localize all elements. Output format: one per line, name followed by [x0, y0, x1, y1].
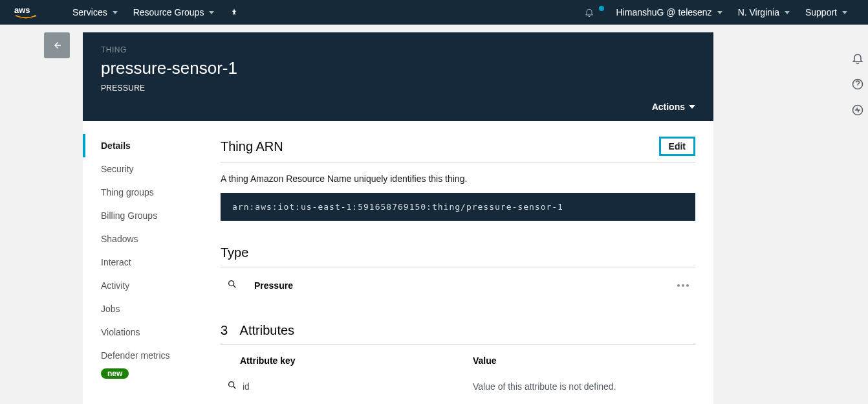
- nav-label: HimanshuG @ telesenz: [616, 7, 712, 17]
- actions-dropdown[interactable]: Actions: [652, 102, 695, 112]
- section-title-type: Type: [221, 245, 695, 267]
- notification-dot-icon: [599, 6, 604, 11]
- top-navigation: aws Services Resource Groups HimanshuG @…: [0, 0, 868, 25]
- sidebar-item-billing-groups[interactable]: Billing Groups: [101, 204, 202, 227]
- pin-icon[interactable]: [222, 8, 246, 17]
- svg-point-1: [229, 281, 234, 286]
- attributes-table-header: Attribute key Value: [221, 345, 695, 376]
- nav-label: Services: [72, 7, 107, 17]
- notifications-icon[interactable]: [576, 7, 602, 17]
- search-icon: [227, 279, 237, 292]
- chevron-down-icon: [209, 11, 214, 14]
- search-icon: [227, 380, 240, 392]
- right-toolbar: [851, 52, 864, 119]
- sidebar-item-jobs[interactable]: Jobs: [101, 297, 202, 320]
- chevron-down-icon: [113, 11, 118, 14]
- more-icon[interactable]: [677, 284, 689, 287]
- section-title-arn: Thing ARN: [221, 139, 283, 154]
- back-button[interactable]: [44, 32, 70, 58]
- sidebar-item-security[interactable]: Security: [101, 157, 202, 181]
- activity-gauge-icon[interactable]: [851, 104, 864, 119]
- section-title-attributes: 3 Attributes: [221, 323, 695, 345]
- type-row[interactable]: Pressure: [221, 267, 695, 304]
- arrow-left-icon: [51, 39, 63, 51]
- chevron-down-icon: [785, 11, 790, 14]
- page-title: pressure-sensor-1: [101, 58, 695, 78]
- column-header-key: Attribute key: [240, 355, 473, 366]
- chevron-down-icon: [842, 11, 847, 14]
- services-menu[interactable]: Services: [65, 7, 125, 17]
- edit-button[interactable]: Edit: [659, 137, 695, 156]
- nav-label: N. Virginia: [738, 7, 779, 17]
- svg-text:aws: aws: [14, 5, 30, 15]
- new-badge: new: [101, 368, 129, 379]
- attribute-key: id: [240, 381, 473, 392]
- chevron-down-icon: [717, 11, 722, 14]
- column-header-value: Value: [473, 355, 497, 366]
- sidebar-item-defender-metrics[interactable]: Defender metrics: [101, 344, 202, 367]
- attributes-label: Attributes: [240, 323, 294, 337]
- region-menu[interactable]: N. Virginia: [730, 7, 797, 17]
- svg-point-2: [229, 382, 234, 387]
- sidebar: Details Security Thing groups Billing Gr…: [83, 121, 202, 404]
- hero-panel: THING pressure-sensor-1 PRESSURE Actions: [83, 32, 713, 121]
- thing-type-label: PRESSURE: [101, 84, 695, 93]
- resource-groups-menu[interactable]: Resource Groups: [125, 7, 222, 17]
- button-label: Actions: [652, 102, 685, 112]
- notifications-panel-icon[interactable]: [851, 52, 864, 67]
- help-icon[interactable]: [851, 78, 864, 93]
- detail-content: Thing ARN Edit A thing Amazon Resource N…: [202, 121, 713, 404]
- breadcrumb: THING: [101, 45, 695, 54]
- sidebar-item-activity[interactable]: Activity: [101, 274, 202, 297]
- sidebar-item-thing-groups[interactable]: Thing groups: [101, 181, 202, 204]
- aws-logo[interactable]: aws: [6, 4, 45, 21]
- nav-label: Resource Groups: [133, 7, 204, 17]
- support-menu[interactable]: Support: [797, 7, 855, 17]
- sidebar-item-interact[interactable]: Interact: [101, 251, 202, 274]
- table-row[interactable]: id Value of this attribute is not define…: [221, 376, 695, 396]
- attribute-value: Value of this attribute is not defined.: [473, 381, 616, 392]
- sidebar-item-violations[interactable]: Violations: [101, 320, 202, 344]
- arn-value: arn:aws:iot:us-east-1:591658769150:thing…: [221, 193, 695, 221]
- account-menu[interactable]: HimanshuG @ telesenz: [609, 7, 730, 17]
- arn-description: A thing Amazon Resource Name uniquely id…: [221, 174, 695, 184]
- attributes-count: 3: [221, 323, 228, 337]
- chevron-down-icon: [689, 105, 695, 109]
- type-value: Pressure: [254, 280, 293, 291]
- nav-label: Support: [805, 7, 837, 17]
- sidebar-item-shadows[interactable]: Shadows: [101, 227, 202, 251]
- sidebar-item-details[interactable]: Details: [83, 134, 202, 157]
